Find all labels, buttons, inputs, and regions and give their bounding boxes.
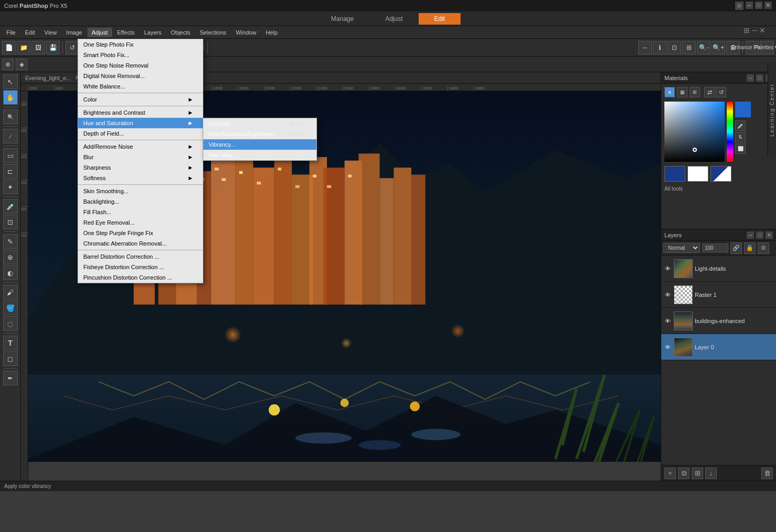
learning-center[interactable]: Learning Center: [768, 63, 776, 157]
menu-softness[interactable]: Softness ▶: [78, 173, 203, 183]
menu-selections[interactable]: Selections: [195, 28, 231, 37]
menu-hue-sat-light[interactable]: Hue/Saturation/Lightness... Shift+H: [203, 129, 316, 139]
menu-digital-noise[interactable]: Digital Noise Removal...: [78, 71, 203, 81]
reset-colors-btn[interactable]: ↺: [716, 87, 726, 97]
tool-select-lasso[interactable]: ⊏: [3, 164, 18, 179]
menu-view[interactable]: View: [40, 28, 61, 37]
new-btn[interactable]: 📄: [2, 41, 16, 54]
background-color[interactable]: [687, 166, 708, 182]
save-btn[interactable]: 💾: [46, 41, 60, 54]
color-mode-solid[interactable]: ■: [664, 87, 675, 97]
layers-close-btn[interactable]: ✕: [766, 231, 773, 239]
menu-adjust[interactable]: Adjust: [88, 28, 112, 37]
tool-brush[interactable]: ◌: [3, 316, 18, 331]
delete-layer-btn[interactable]: 🗑: [761, 468, 773, 479]
menu-hue-map[interactable]: Hue Map...: [203, 150, 316, 160]
fg-color-swatch[interactable]: [735, 102, 751, 117]
eyedrop-icon[interactable]: 💉: [735, 120, 746, 131]
tool-pen[interactable]: ✒: [3, 371, 18, 385]
merge-layer-btn[interactable]: ↓: [705, 468, 717, 479]
menu-one-step-noise[interactable]: One Step Noise Removal: [78, 60, 203, 71]
tool-select-rect[interactable]: ▭: [3, 148, 18, 163]
menu-skin-smoothing[interactable]: Skin Smoothing...: [78, 186, 203, 196]
zoom-out-btn[interactable]: 🔍-: [697, 41, 711, 54]
menu-fisheye[interactable]: Fisheye Distortion Correction ...: [78, 262, 203, 272]
menu-objects[interactable]: Objects: [167, 28, 194, 37]
layer-link-btn[interactable]: 🔗: [730, 242, 742, 254]
tab-adjust[interactable]: Adjust: [369, 13, 418, 25]
menu-sharpness[interactable]: Sharpness ▶: [78, 162, 203, 173]
layer-eye-icon[interactable]: 👁: [663, 343, 672, 351]
menu-red-eye[interactable]: Red Eye Removal...: [78, 217, 203, 228]
tool-eyedrop[interactable]: 💉: [3, 199, 18, 214]
layer-lock-btn[interactable]: 🔒: [744, 242, 756, 254]
menu-backlighting[interactable]: Backlighting...: [78, 196, 203, 207]
tool-shape[interactable]: ◻: [3, 351, 18, 366]
group-layer-btn[interactable]: ⊞: [692, 468, 703, 479]
tab-manage[interactable]: Manage: [315, 13, 369, 25]
color-mode-pattern[interactable]: ⊞: [690, 87, 700, 97]
blend-mode-select[interactable]: Normal Multiply Screen: [663, 243, 700, 253]
open-btn[interactable]: 📁: [17, 41, 30, 54]
menu-vibrancy[interactable]: Vibrancy...: [203, 139, 316, 150]
info-btn[interactable]: ℹ: [653, 41, 666, 54]
menu-depth-of-field[interactable]: Depth of Field...: [78, 128, 203, 139]
layer-item[interactable]: 👁 buildings-enhanced: [661, 308, 776, 334]
tool-magic-wand[interactable]: ✦: [3, 180, 18, 194]
palettes-btn[interactable]: Palettes▼: [760, 41, 774, 54]
panel-max-btn[interactable]: □: [756, 74, 763, 82]
menu-brightness-contrast[interactable]: Brightness and Contrast ▶: [78, 107, 203, 118]
menu-purple-fringe[interactable]: One Step Purple Fringe Fix: [78, 228, 203, 238]
menu-blur[interactable]: Blur ▶: [78, 152, 203, 162]
menu-pincushion[interactable]: Pincushion Distortion Correction ...: [78, 272, 203, 283]
zoom-in-btn[interactable]: 🔍+: [712, 41, 725, 54]
menu-white-balance[interactable]: White Balance...: [78, 81, 203, 92]
maximize-btn[interactable]: □: [755, 2, 762, 9]
menu-add-remove-noise[interactable]: Add/Remove Noise ▶: [78, 141, 203, 152]
menu-effects[interactable]: Effects: [113, 28, 139, 37]
resize-btn[interactable]: ⊡: [668, 41, 681, 54]
tool-straighten[interactable]: ⟋: [3, 129, 18, 143]
tool-pan[interactable]: ✋: [3, 90, 18, 105]
menu-file[interactable]: File: [2, 28, 20, 37]
layer-eye-icon[interactable]: 👁: [663, 291, 672, 299]
menu-edit[interactable]: Edit: [21, 28, 39, 37]
foreground-color[interactable]: [664, 166, 685, 182]
menu-layers[interactable]: Layers: [140, 28, 166, 37]
fill-icon[interactable]: ⬜: [735, 143, 746, 154]
sample-btn[interactable]: ◈: [16, 59, 27, 70]
swap-icon[interactable]: ⇅: [735, 132, 746, 142]
layer-eye-icon[interactable]: 👁: [663, 317, 672, 325]
close-btn[interactable]: ✕: [764, 2, 772, 9]
layer-eye-icon[interactable]: 👁: [663, 264, 672, 273]
menu-one-step-photo[interactable]: One Step Photo Fix: [78, 39, 203, 50]
erase-btn[interactable]: ⊗: [2, 59, 14, 70]
layer-item[interactable]: 👁 Raster 1: [661, 282, 776, 308]
minimize-btn[interactable]: ─: [746, 2, 753, 9]
tool-fill[interactable]: 🪣: [3, 301, 18, 315]
menu-image[interactable]: Image: [62, 28, 86, 37]
tool-text[interactable]: T: [3, 336, 18, 350]
opacity-input[interactable]: [702, 243, 728, 252]
color-mode-gradient[interactable]: ▦: [677, 87, 687, 97]
menu-chromatic[interactable]: Chromatic Aberration Removal...: [78, 238, 203, 249]
duplicate-layer-btn[interactable]: ⧉: [678, 468, 690, 479]
menu-fill-flash[interactable]: Fill Flash...: [78, 207, 203, 217]
tool-retouch[interactable]: ✎: [3, 234, 18, 249]
hue-slider[interactable]: [727, 102, 733, 162]
gradient-swatch[interactable]: [711, 166, 731, 182]
layers-max-btn[interactable]: □: [756, 231, 763, 239]
layer-item-active[interactable]: 👁 Layer 0: [661, 334, 776, 360]
layers-min-btn[interactable]: ─: [747, 231, 754, 239]
browse-btn[interactable]: 🖼: [31, 41, 45, 54]
add-layer-btn[interactable]: +: [664, 468, 676, 479]
menu-help[interactable]: Help: [261, 28, 282, 37]
tab-edit[interactable]: Edit: [419, 13, 461, 25]
menu-colorize[interactable]: Colorize... Shift+L: [203, 118, 316, 129]
layer-item[interactable]: 👁 Light-details: [661, 256, 776, 282]
swap-colors-btn[interactable]: ⇄: [704, 87, 715, 97]
tool-arrow[interactable]: ↖: [3, 74, 18, 89]
menu-smart-photo[interactable]: Smart Photo Fix...: [78, 50, 203, 60]
transform-btn[interactable]: ⊞: [682, 41, 696, 54]
rotate-icon[interactable]: ↔: [638, 41, 652, 54]
